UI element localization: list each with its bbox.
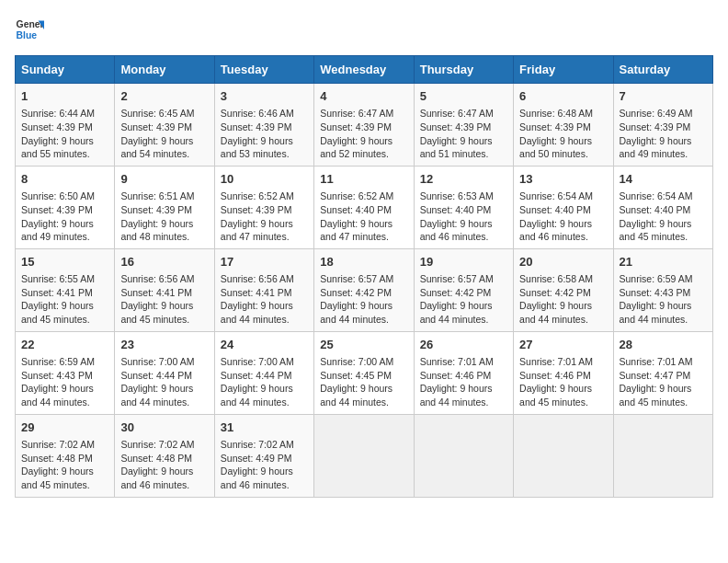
calendar-cell: 18Sunrise: 6:57 AMSunset: 4:42 PMDayligh…: [314, 248, 414, 331]
calendar-cell: 5Sunrise: 6:47 AMSunset: 4:39 PMDaylight…: [414, 84, 513, 167]
calendar-cell: [514, 414, 613, 497]
header-day: Monday: [115, 56, 214, 84]
calendar-week: 8Sunrise: 6:50 AMSunset: 4:39 PMDaylight…: [16, 166, 713, 248]
calendar-cell: 26Sunrise: 7:01 AMSunset: 4:46 PMDayligh…: [414, 331, 513, 414]
calendar-cell: [613, 414, 712, 497]
calendar-cell: 30Sunrise: 7:02 AMSunset: 4:48 PMDayligh…: [115, 414, 214, 497]
day-number: 12: [420, 171, 507, 188]
header-day: Tuesday: [214, 56, 313, 84]
calendar-cell: 10Sunrise: 6:52 AMSunset: 4:39 PMDayligh…: [214, 166, 313, 248]
calendar-cell: 24Sunrise: 7:00 AMSunset: 4:44 PMDayligh…: [214, 331, 313, 414]
calendar-week: 22Sunrise: 6:59 AMSunset: 4:43 PMDayligh…: [16, 331, 713, 414]
day-number: 30: [120, 419, 208, 436]
calendar-cell: 13Sunrise: 6:54 AMSunset: 4:40 PMDayligh…: [514, 166, 613, 248]
calendar-cell: 8Sunrise: 6:50 AMSunset: 4:39 PMDaylight…: [16, 166, 115, 248]
calendar-cell: 7Sunrise: 6:49 AMSunset: 4:39 PMDaylight…: [613, 84, 712, 167]
header-day: Friday: [514, 56, 613, 84]
day-number: 4: [320, 88, 407, 105]
calendar-body: 1Sunrise: 6:44 AMSunset: 4:39 PMDaylight…: [16, 84, 713, 498]
day-number: 9: [120, 171, 208, 188]
header-day: Wednesday: [314, 56, 414, 84]
day-number: 13: [519, 171, 607, 188]
day-number: 6: [519, 88, 607, 105]
day-number: 26: [420, 337, 507, 353]
calendar-table: SundayMondayTuesdayWednesdayThursdayFrid…: [15, 55, 713, 498]
calendar-cell: 19Sunrise: 6:57 AMSunset: 4:42 PMDayligh…: [414, 248, 513, 331]
calendar-cell: 3Sunrise: 6:46 AMSunset: 4:39 PMDaylight…: [214, 84, 313, 167]
calendar-cell: 25Sunrise: 7:00 AMSunset: 4:45 PMDayligh…: [314, 331, 414, 414]
header: General Blue: [15, 15, 713, 44]
calendar-cell: 2Sunrise: 6:45 AMSunset: 4:39 PMDaylight…: [115, 84, 214, 167]
header-day: Saturday: [613, 56, 712, 84]
calendar-cell: 28Sunrise: 7:01 AMSunset: 4:47 PMDayligh…: [613, 331, 712, 414]
svg-text:Blue: Blue: [17, 30, 38, 40]
calendar-cell: 12Sunrise: 6:53 AMSunset: 4:40 PMDayligh…: [414, 166, 513, 248]
calendar-cell: 21Sunrise: 6:59 AMSunset: 4:43 PMDayligh…: [613, 248, 712, 331]
day-number: 11: [320, 171, 407, 188]
day-number: 29: [21, 419, 108, 436]
calendar-cell: 27Sunrise: 7:01 AMSunset: 4:46 PMDayligh…: [514, 331, 613, 414]
header-day: Thursday: [414, 56, 513, 84]
calendar-cell: 20Sunrise: 6:58 AMSunset: 4:42 PMDayligh…: [514, 248, 613, 331]
logo-icon: General Blue: [15, 15, 44, 44]
day-number: 15: [21, 254, 108, 270]
calendar-cell: 14Sunrise: 6:54 AMSunset: 4:40 PMDayligh…: [613, 166, 712, 248]
day-number: 1: [21, 88, 108, 105]
day-number: 24: [221, 337, 308, 353]
day-number: 17: [221, 254, 308, 270]
day-number: 2: [120, 88, 208, 105]
calendar-cell: 17Sunrise: 6:56 AMSunset: 4:41 PMDayligh…: [214, 248, 313, 331]
calendar-cell: 6Sunrise: 6:48 AMSunset: 4:39 PMDaylight…: [514, 84, 613, 167]
day-number: 7: [620, 88, 707, 105]
calendar-cell: 16Sunrise: 6:56 AMSunset: 4:41 PMDayligh…: [115, 248, 214, 331]
header-day: Sunday: [16, 56, 115, 84]
day-number: 3: [221, 88, 308, 105]
day-number: 10: [221, 171, 308, 188]
calendar-week: 15Sunrise: 6:55 AMSunset: 4:41 PMDayligh…: [16, 248, 713, 331]
calendar-cell: 23Sunrise: 7:00 AMSunset: 4:44 PMDayligh…: [115, 331, 214, 414]
header-row: SundayMondayTuesdayWednesdayThursdayFrid…: [16, 56, 713, 84]
day-number: 5: [420, 88, 507, 105]
calendar-cell: 1Sunrise: 6:44 AMSunset: 4:39 PMDaylight…: [16, 84, 115, 167]
calendar-cell: [414, 414, 513, 497]
calendar-cell: 11Sunrise: 6:52 AMSunset: 4:40 PMDayligh…: [314, 166, 414, 248]
day-number: 25: [320, 337, 407, 353]
day-number: 27: [519, 337, 607, 353]
calendar-header: SundayMondayTuesdayWednesdayThursdayFrid…: [16, 56, 713, 84]
calendar-week: 1Sunrise: 6:44 AMSunset: 4:39 PMDaylight…: [16, 84, 713, 167]
calendar-cell: 9Sunrise: 6:51 AMSunset: 4:39 PMDaylight…: [115, 166, 214, 248]
day-number: 28: [620, 337, 707, 353]
calendar-cell: 4Sunrise: 6:47 AMSunset: 4:39 PMDaylight…: [314, 84, 414, 167]
day-number: 22: [21, 337, 108, 353]
calendar-week: 29Sunrise: 7:02 AMSunset: 4:48 PMDayligh…: [16, 414, 713, 497]
calendar-cell: 31Sunrise: 7:02 AMSunset: 4:49 PMDayligh…: [214, 414, 313, 497]
calendar-cell: 29Sunrise: 7:02 AMSunset: 4:48 PMDayligh…: [16, 414, 115, 497]
day-number: 31: [221, 419, 308, 436]
calendar-cell: 22Sunrise: 6:59 AMSunset: 4:43 PMDayligh…: [16, 331, 115, 414]
day-number: 23: [120, 337, 208, 353]
calendar-cell: 15Sunrise: 6:55 AMSunset: 4:41 PMDayligh…: [16, 248, 115, 331]
day-number: 14: [620, 171, 707, 188]
day-number: 16: [120, 254, 208, 270]
day-number: 18: [320, 254, 407, 270]
logo: General Blue: [15, 15, 44, 44]
day-number: 19: [420, 254, 507, 270]
calendar-cell: [314, 414, 414, 497]
day-number: 8: [21, 171, 108, 188]
day-number: 20: [519, 254, 607, 270]
day-number: 21: [620, 254, 707, 270]
